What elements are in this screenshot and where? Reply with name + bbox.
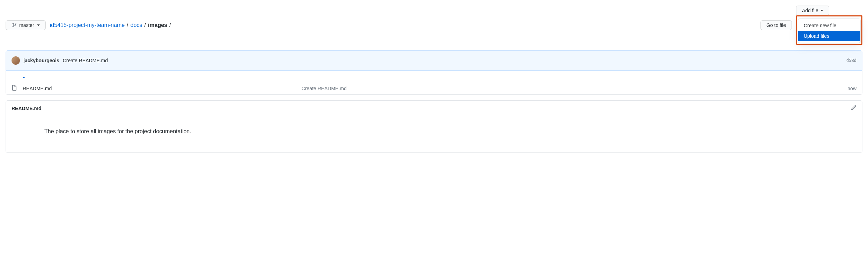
readme-body: The place to store all images for the pr… (6, 116, 862, 152)
go-to-file-button[interactable]: Go to file (760, 20, 792, 30)
parent-directory-row[interactable]: .. (6, 71, 862, 82)
avatar[interactable] (12, 56, 20, 65)
git-branch-icon (12, 22, 17, 28)
file-icon (12, 85, 17, 92)
file-list: .. README.md Create README.md now (6, 71, 862, 95)
breadcrumb-separator: / (169, 22, 171, 28)
caret-down-icon (821, 10, 823, 11)
branch-label: master (19, 22, 34, 28)
add-file-button[interactable]: Add file (796, 6, 829, 15)
create-new-file-item[interactable]: Create new file (798, 20, 860, 31)
file-commit-link[interactable]: Create README.md (302, 86, 347, 91)
add-file-label: Add file (802, 8, 818, 13)
parent-directory-link[interactable]: .. (23, 73, 25, 79)
commit-sha[interactable]: d58d (846, 58, 856, 63)
branch-selector-button[interactable]: master (6, 20, 46, 30)
pencil-icon[interactable] (851, 105, 856, 112)
file-row: README.md Create README.md now (6, 82, 862, 94)
commit-author[interactable]: jackybourgeois (23, 58, 59, 63)
file-time: now (847, 86, 856, 91)
breadcrumb: id5415-project-my-team-name / docs / ima… (50, 22, 172, 28)
file-name-link[interactable]: README.md (23, 86, 52, 91)
breadcrumb-separator: / (144, 22, 146, 28)
upload-files-item[interactable]: Upload files (798, 31, 860, 41)
breadcrumb-repo-link[interactable]: id5415-project-my-team-name (50, 22, 125, 28)
caret-down-icon (37, 24, 40, 26)
breadcrumb-path-link[interactable]: docs (131, 22, 142, 28)
latest-commit-bar: jackybourgeois Create README.md d58d (6, 50, 862, 71)
readme-box: README.md The place to store all images … (6, 100, 862, 153)
readme-title: README.md (12, 106, 42, 111)
add-file-dropdown: Create new file Upload files (798, 19, 861, 43)
commit-message[interactable]: Create README.md (63, 58, 108, 63)
breadcrumb-current: images (148, 22, 167, 28)
breadcrumb-separator: / (127, 22, 128, 28)
